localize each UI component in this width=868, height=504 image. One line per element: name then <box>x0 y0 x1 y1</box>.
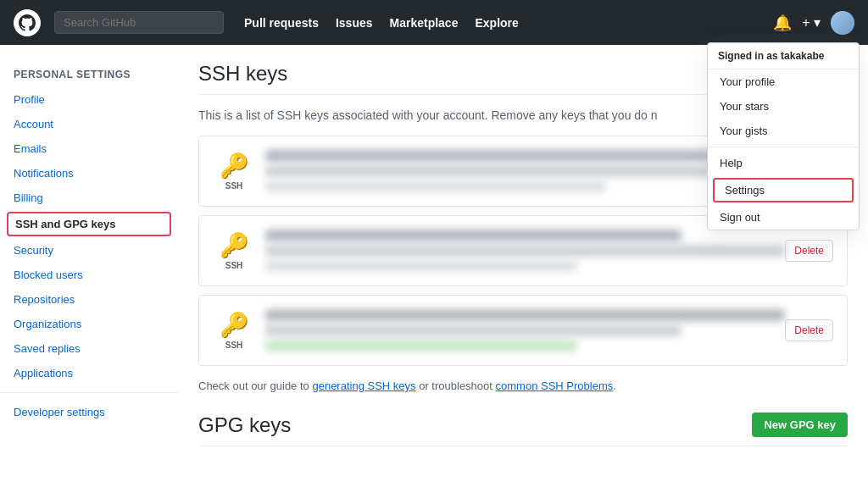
sidebar: Personal settings Profile Account Emails… <box>0 45 178 463</box>
github-logo[interactable] <box>14 9 41 36</box>
notification-bell-icon[interactable]: 🔔 <box>773 14 792 32</box>
dropdown-divider-1 <box>708 147 859 147</box>
marketplace-link[interactable]: Marketplace <box>390 16 459 30</box>
key-content-2 <box>265 226 785 275</box>
sidebar-profile[interactable]: Profile <box>0 87 178 112</box>
key-label-1: SSH <box>213 181 255 191</box>
key-content-3 <box>265 306 785 355</box>
octocat-icon <box>19 14 36 31</box>
key-icon-2: 🔑 <box>213 231 255 259</box>
dropdown-username: takakabe <box>781 50 824 62</box>
sidebar-security[interactable]: Security <box>0 238 178 263</box>
key-blur-line <box>265 165 720 177</box>
key-icon-3: 🔑 <box>213 311 255 339</box>
key-blur-line <box>265 260 577 272</box>
search-input[interactable] <box>54 11 224 34</box>
user-dropdown-menu: Signed in as takakabe Your profile Your … <box>707 42 860 230</box>
settings-item[interactable]: Settings <box>713 178 854 202</box>
header: Pull requests Issues Marketplace Explore… <box>0 0 868 45</box>
help-item[interactable]: Help <box>708 151 859 175</box>
your-stars-item[interactable]: Your stars <box>708 94 859 119</box>
sidebar-divider <box>0 392 178 393</box>
sidebar-organizations[interactable]: Organizations <box>0 312 178 336</box>
gpg-section-title: GPG keys New GPG key <box>198 413 848 446</box>
key-icon-wrap-2: 🔑 SSH <box>213 231 255 270</box>
delete-key-3-button[interactable]: Delete <box>785 319 833 341</box>
key-blur-line <box>265 230 682 241</box>
pull-requests-link[interactable]: Pull requests <box>244 16 319 30</box>
sidebar-account[interactable]: Account <box>0 112 178 136</box>
signed-in-text: Signed in as <box>718 50 778 62</box>
sidebar-repositories[interactable]: Repositories <box>0 287 178 312</box>
delete-key-2-button[interactable]: Delete <box>785 240 833 262</box>
header-right: 🔔 + ▾ <box>773 11 854 35</box>
sidebar-developer-settings[interactable]: Developer settings <box>0 400 178 424</box>
sidebar-emails[interactable]: Emails <box>0 136 178 161</box>
key-icon-wrap-3: 🔑 SSH <box>213 311 255 350</box>
sidebar-saved-replies[interactable]: Saved replies <box>0 336 178 361</box>
sign-out-item[interactable]: Sign out <box>708 205 859 230</box>
sidebar-notifications[interactable]: Notifications <box>0 161 178 186</box>
generating-ssh-keys-link[interactable]: generating SSH keys <box>312 379 415 392</box>
your-gists-item[interactable]: Your gists <box>708 119 859 143</box>
key-blur-line <box>265 309 785 321</box>
gpg-title-text: GPG keys <box>198 413 291 437</box>
key-blur-line <box>265 324 682 336</box>
key-icon-wrap-1: 🔑 SSH <box>213 152 255 191</box>
sidebar-ssh-gpg[interactable]: SSH and GPG keys <box>7 212 171 236</box>
dropdown-signed-in-label: Signed in as takakabe <box>708 43 859 69</box>
your-profile-item[interactable]: Your profile <box>708 69 859 94</box>
sidebar-applications[interactable]: Applications <box>0 361 178 385</box>
sidebar-blocked-users[interactable]: Blocked users <box>0 263 178 287</box>
user-avatar-button[interactable] <box>831 11 854 35</box>
footer-text: Check out our guide to generating SSH ke… <box>198 379 848 392</box>
sidebar-billing[interactable]: Billing <box>0 186 178 210</box>
key-label-3: SSH <box>213 341 255 350</box>
key-blur-line <box>265 180 606 192</box>
key-icon-1: 🔑 <box>213 152 255 180</box>
avatar-image <box>831 11 854 35</box>
new-gpg-key-button[interactable]: New GPG key <box>752 413 848 437</box>
explore-link[interactable]: Explore <box>475 16 518 30</box>
sidebar-heading: Personal settings <box>0 62 178 87</box>
main-nav: Pull requests Issues Marketplace Explore <box>244 16 519 30</box>
key-blur-line <box>265 245 785 257</box>
key-blur-line <box>265 340 577 352</box>
add-button[interactable]: + ▾ <box>802 14 821 30</box>
ssh-key-card-3: 🔑 SSH Delete <box>198 295 848 366</box>
key-label-2: SSH <box>213 261 255 270</box>
common-ssh-problems-link[interactable]: common SSH Problems <box>496 379 614 392</box>
issues-link[interactable]: Issues <box>336 16 373 30</box>
